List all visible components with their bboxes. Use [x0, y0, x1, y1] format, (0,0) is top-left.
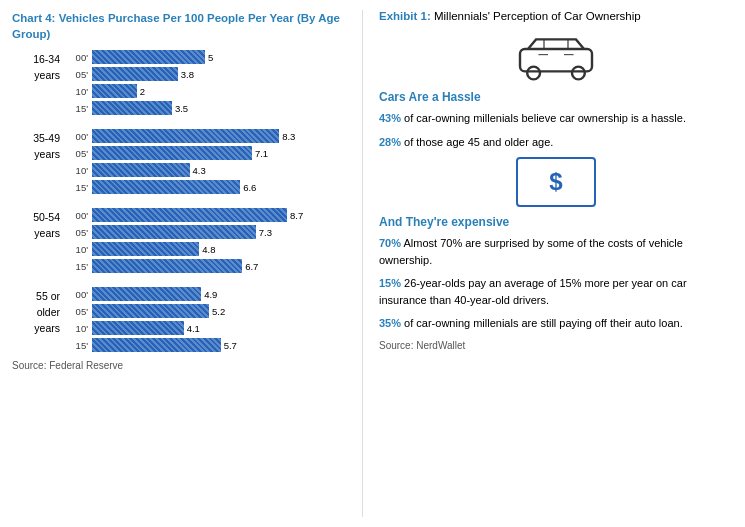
bar-fill-1-3: [92, 180, 240, 194]
bar-fill-1-1: [92, 146, 252, 160]
bar-value-0-3: 3.5: [175, 103, 188, 114]
bar-fill-0-1: [92, 67, 178, 81]
svg-point-2: [572, 67, 585, 80]
bar-row-3-1: 05'5.2: [66, 304, 342, 318]
bar-fill-0-2: [92, 84, 137, 98]
stat4-highlight: 15%: [379, 277, 401, 289]
bar-fill-1-2: [92, 163, 190, 177]
bar-row-1-1: 05'7.1: [66, 146, 342, 160]
dollar-symbol: $: [549, 168, 562, 196]
bar-value-0-0: 5: [208, 52, 213, 63]
stat2-text: of those age 45 and older age.: [401, 136, 553, 148]
year-label-1-0: 00': [66, 131, 88, 142]
stat1: 43% of car-owning millenials believe car…: [379, 110, 733, 127]
stat1-text: of car-owning millenials believe car own…: [401, 112, 686, 124]
stat2: 28% of those age 45 and older age.: [379, 134, 733, 151]
car-icon: [516, 32, 596, 82]
bar-fill-3-0: [92, 287, 201, 301]
bar-track-1-1: 7.1: [92, 146, 342, 160]
exhibit-label: Exhibit 1:: [379, 10, 431, 22]
bar-track-0-3: 3.5: [92, 101, 342, 115]
bar-value-2-0: 8.7: [290, 210, 303, 221]
bar-track-1-3: 6.6: [92, 180, 342, 194]
bar-value-3-3: 5.7: [224, 340, 237, 351]
bar-fill-3-3: [92, 338, 221, 352]
year-label-2-1: 05': [66, 227, 88, 238]
bars-column-2: 00'8.705'7.310'4.815'6.7: [66, 208, 342, 273]
stat3-text: Almost 70% are surprised by some of the …: [379, 237, 683, 266]
bar-row-0-0: 00'5: [66, 50, 342, 64]
car-icon-container: [379, 32, 733, 82]
bar-row-2-0: 00'8.7: [66, 208, 342, 222]
stat4-text: 26-year-olds pay an average of 15% more …: [379, 277, 687, 306]
stat3-highlight: 70%: [379, 237, 401, 249]
bar-value-3-1: 5.2: [212, 306, 225, 317]
year-label-1-2: 10': [66, 165, 88, 176]
stat5-text: of car-owning millenials are still payin…: [401, 317, 683, 329]
bar-row-2-1: 05'7.3: [66, 225, 342, 239]
bar-row-1-2: 10'4.3: [66, 163, 342, 177]
bar-value-3-2: 4.1: [187, 323, 200, 334]
bars-column-1: 00'8.305'7.110'4.315'6.6: [66, 129, 342, 194]
bar-track-2-1: 7.3: [92, 225, 342, 239]
stat5: 35% of car-owning millenials are still p…: [379, 315, 733, 332]
year-label-2-2: 10': [66, 244, 88, 255]
year-label-3-0: 00': [66, 289, 88, 300]
age-group-2: 50-54years00'8.705'7.310'4.815'6.7: [12, 208, 342, 273]
bar-value-0-1: 3.8: [181, 69, 194, 80]
bar-track-2-0: 8.7: [92, 208, 342, 222]
chart-title-label: Chart 4:: [12, 12, 55, 24]
bar-value-0-2: 2: [140, 86, 145, 97]
left-panel: Chart 4: Vehicles Purchase Per 100 Peopl…: [12, 10, 352, 517]
bar-fill-3-1: [92, 304, 209, 318]
bar-row-0-3: 15'3.5: [66, 101, 342, 115]
year-label-2-3: 15': [66, 261, 88, 272]
bars-column-3: 00'4.905'5.210'4.115'5.7: [66, 287, 342, 352]
year-label-0-1: 05': [66, 69, 88, 80]
bar-value-2-3: 6.7: [245, 261, 258, 272]
bar-row-0-2: 10'2: [66, 84, 342, 98]
exhibit-title: Exhibit 1: Millennials' Perception of Ca…: [379, 10, 733, 22]
age-group-0: 16-34years00'505'3.810'215'3.5: [12, 50, 342, 115]
bar-row-2-2: 10'4.8: [66, 242, 342, 256]
bar-track-3-1: 5.2: [92, 304, 342, 318]
bar-track-0-0: 5: [92, 50, 342, 64]
year-label-1-1: 05': [66, 148, 88, 159]
bar-value-1-3: 6.6: [243, 182, 256, 193]
dollar-box: $: [516, 157, 596, 207]
bar-value-2-2: 4.8: [202, 244, 215, 255]
bar-fill-2-0: [92, 208, 287, 222]
chart-area: 16-34years00'505'3.810'215'3.535-49years…: [12, 50, 342, 352]
stat2-highlight: 28%: [379, 136, 401, 148]
right-source: Source: NerdWallet: [379, 340, 733, 351]
bar-track-0-1: 3.8: [92, 67, 342, 81]
bar-fill-2-1: [92, 225, 256, 239]
bar-track-0-2: 2: [92, 84, 342, 98]
year-label-3-2: 10': [66, 323, 88, 334]
bar-fill-1-0: [92, 129, 279, 143]
panel-divider: [362, 10, 363, 517]
stat5-highlight: 35%: [379, 317, 401, 329]
age-group-1: 35-49years00'8.305'7.110'4.315'6.6: [12, 129, 342, 194]
bar-track-1-0: 8.3: [92, 129, 342, 143]
bar-value-1-2: 4.3: [193, 165, 206, 176]
bar-value-1-1: 7.1: [255, 148, 268, 159]
stat3: 70% Almost 70% are surprised by some of …: [379, 235, 733, 268]
bar-value-3-0: 4.9: [204, 289, 217, 300]
bars-column-0: 00'505'3.810'215'3.5: [66, 50, 342, 115]
section2-heading: And They're expensive: [379, 215, 733, 229]
bar-track-2-3: 6.7: [92, 259, 342, 273]
bar-row-1-0: 00'8.3: [66, 129, 342, 143]
stat4: 15% 26-year-olds pay an average of 15% m…: [379, 275, 733, 308]
bar-row-2-3: 15'6.7: [66, 259, 342, 273]
stat1-highlight: 43%: [379, 112, 401, 124]
dollar-box-container: $: [379, 157, 733, 207]
year-label-2-0: 00': [66, 210, 88, 221]
right-panel: Exhibit 1: Millennials' Perception of Ca…: [373, 10, 733, 517]
bar-track-3-0: 4.9: [92, 287, 342, 301]
chart-title: Chart 4: Vehicles Purchase Per 100 Peopl…: [12, 10, 342, 42]
year-label-0-0: 00': [66, 52, 88, 63]
age-label-1: 35-49years: [12, 129, 60, 163]
age-group-3: 55 or olderyears00'4.905'5.210'4.115'5.7: [12, 287, 342, 352]
bar-fill-2-3: [92, 259, 242, 273]
